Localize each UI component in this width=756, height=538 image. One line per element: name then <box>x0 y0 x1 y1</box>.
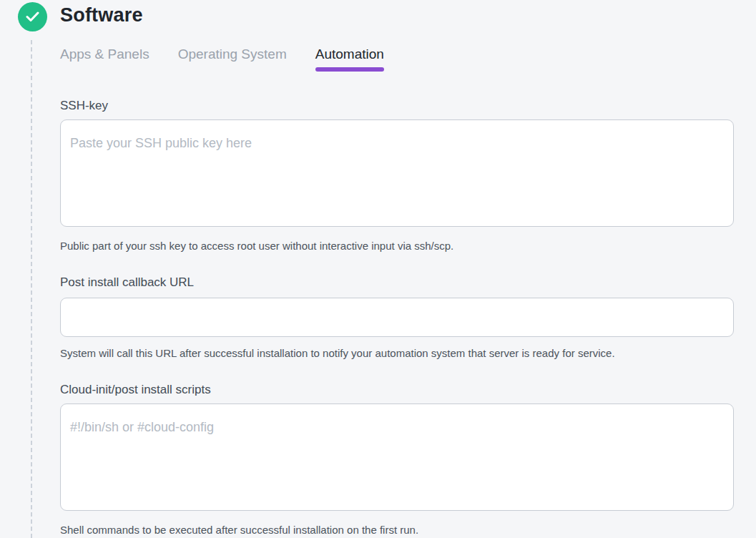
cloud-init-textarea[interactable] <box>60 404 734 511</box>
active-tab-underline <box>315 67 384 72</box>
page-title: Software <box>60 4 143 26</box>
check-circle-icon <box>18 2 47 31</box>
callback-url-input[interactable] <box>60 298 734 337</box>
tab-operating-system-label: Operating System <box>178 47 287 62</box>
ssh-key-textarea[interactable] <box>60 119 734 227</box>
callback-url-label: Post install callback URL <box>60 275 734 290</box>
field-ssh-key: SSH-key Public part of your ssh key to a… <box>60 98 734 253</box>
field-cloud-init: Cloud-init/post install scripts Shell co… <box>60 382 734 537</box>
tab-apps-panels[interactable]: Apps & Panels <box>60 46 149 62</box>
cloud-init-help: Shell commands to be executed after succ… <box>60 523 734 537</box>
tab-operating-system[interactable]: Operating System <box>178 46 287 62</box>
tab-automation[interactable]: Automation <box>315 46 384 72</box>
tab-automation-label: Automation <box>315 47 384 62</box>
tab-apps-panels-label: Apps & Panels <box>60 47 149 62</box>
ssh-key-label: SSH-key <box>60 98 734 113</box>
callback-url-help: System will call this URL after successf… <box>60 346 734 360</box>
ssh-key-help: Public part of your ssh key to access ro… <box>60 239 734 253</box>
step-connector-line <box>31 40 32 538</box>
field-callback-url: Post install callback URL System will ca… <box>60 275 734 360</box>
check-icon <box>26 11 39 22</box>
tabs: Apps & Panels Operating System Automatio… <box>60 46 734 72</box>
software-step-panel: Apps & Panels Operating System Automatio… <box>60 46 734 537</box>
cloud-init-label: Cloud-init/post install scripts <box>60 382 734 397</box>
